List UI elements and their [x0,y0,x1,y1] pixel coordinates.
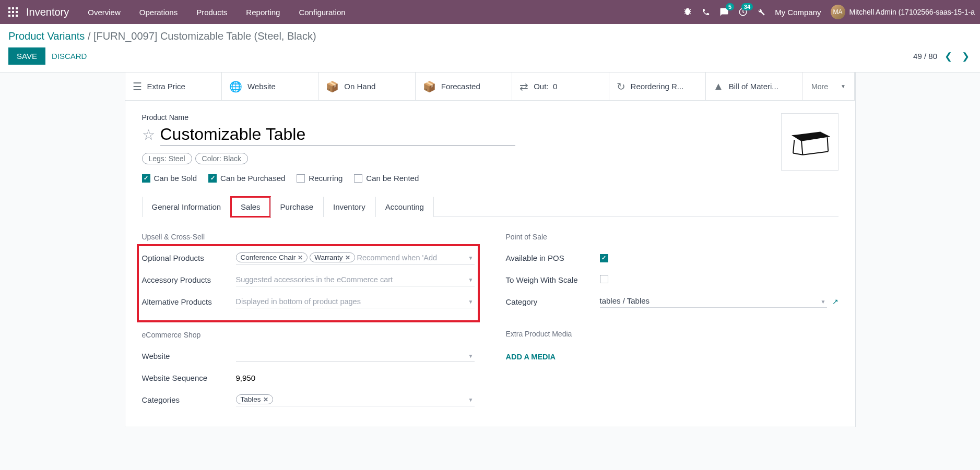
stat-buttons: ☰ Extra Price 🌐 Website 📦 On Hand 📦 Fore… [125,73,855,101]
alternative-products-label: Alternative Products [142,297,236,306]
svg-rect-7 [12,15,14,17]
save-button[interactable]: SAVE [8,47,45,65]
categories-field[interactable]: Tables ✕ ▼ [236,393,475,406]
caret-down-icon: ▼ [468,298,474,304]
remove-tag-icon[interactable]: ✕ [298,254,303,261]
globe-icon: 🌐 [229,80,242,93]
messages-badge: 5 [726,3,734,10]
website-field[interactable]: ▼ [236,350,475,362]
caret-down-icon: ▼ [468,396,474,402]
weigh-scale-checkbox[interactable] [600,275,608,283]
user-name: Mitchell Admin (17102566-saas-15-1-a [849,8,975,16]
breadcrumb-root[interactable]: Product Variants [8,30,85,42]
tab-inventory[interactable]: Inventory [323,197,375,217]
list-icon: ☰ [133,80,142,93]
caret-down-icon: ▼ [468,276,474,282]
debug-icon[interactable] [683,7,692,17]
caret-down-icon: ▼ [468,353,474,358]
pager-next[interactable]: ❯ [960,51,972,62]
product-name-input[interactable] [160,124,515,146]
stat-forecasted[interactable]: 📦 Forecasted [416,73,512,100]
chevron-down-icon: ▼ [841,83,846,89]
available-pos-checkbox[interactable] [600,254,608,262]
boxes-icon: 📦 [326,80,339,93]
accessory-products-label: Accessory Products [142,275,236,284]
external-link-icon[interactable]: ↗ [832,297,839,306]
svg-rect-4 [12,11,14,13]
menu-configuration[interactable]: Configuration [290,4,353,21]
svg-line-13 [793,153,802,155]
menu-reporting[interactable]: Reporting [238,4,288,21]
svg-line-10 [793,140,794,153]
stat-reordering[interactable]: ↻ Reordering R... [609,73,706,100]
website-sequence-input[interactable] [236,373,475,382]
highlighted-region: Optional Products Conference Chair ✕ War… [140,247,477,319]
product-name-label: Product Name [142,113,781,122]
recurring-checkbox[interactable]: Recurring [297,174,343,183]
svg-rect-2 [16,7,18,9]
brand[interactable]: Inventory [26,6,69,18]
pos-category-label: Category [506,297,600,306]
optional-products-field[interactable]: Conference Chair ✕ Warranty ✕ Recommend … [236,251,475,264]
stat-on-hand[interactable]: 📦 On Hand [318,73,415,100]
favorite-star-icon[interactable]: ☆ [142,126,155,143]
pos-category-field[interactable]: tables / Tables▼ [600,295,827,308]
can-be-sold-checkbox[interactable]: Can be Sold [142,174,197,183]
tag: Tables ✕ [236,394,273,404]
pager-prev[interactable]: ❮ [942,51,954,62]
tag: Warranty ✕ [310,252,355,262]
accessory-products-field[interactable]: Suggested accessories in the eCommerce c… [236,273,475,286]
pos-section-title: Point of Sale [506,233,839,241]
available-pos-label: Available in POS [506,254,600,262]
svg-rect-8 [16,15,18,17]
main-menu: Overview Operations Products Reporting C… [79,4,353,21]
svg-rect-0 [8,7,10,9]
tab-general-information[interactable]: General Information [142,197,231,217]
svg-line-14 [802,151,828,154]
menu-overview[interactable]: Overview [79,4,129,21]
can-be-purchased-checkbox[interactable]: Can be Purchased [208,174,285,183]
messages-icon[interactable]: 5 [719,7,729,17]
discard-button[interactable]: DISCARD [52,52,87,61]
phone-icon[interactable] [702,8,710,16]
stat-more[interactable]: More ▼ [802,73,855,100]
company-switcher[interactable]: My Company [775,8,821,17]
top-navbar: Inventory Overview Operations Products R… [0,0,980,24]
stat-extra-price[interactable]: ☰ Extra Price [125,73,222,100]
tab-purchase[interactable]: Purchase [270,197,323,217]
alternative-products-field[interactable]: Displayed in bottom of product pages ▼ [236,295,475,308]
menu-products[interactable]: Products [188,4,235,21]
user-menu[interactable]: MA Mitchell Admin (17102566-saas-15-1-a [831,5,975,19]
refresh-icon: ↻ [617,80,625,93]
add-media-button[interactable]: ADD A MEDIA [506,353,556,361]
avatar: MA [831,5,845,19]
tab-accounting[interactable]: Accounting [375,197,434,217]
weigh-scale-label: To Weigh With Scale [506,275,600,284]
can-be-rented-checkbox[interactable]: Can be Rented [354,174,419,183]
form-sheet: ☰ Extra Price 🌐 Website 📦 On Hand 📦 Fore… [125,73,856,427]
caret-down-icon: ▼ [468,255,474,260]
stat-bom[interactable]: ▲ Bill of Materi... [706,73,802,100]
svg-line-11 [801,141,802,155]
control-panel: Product Variants / [FURN_0097] Customiza… [0,24,980,73]
activities-icon[interactable]: 34 [738,7,748,17]
stat-out[interactable]: ⇄ Out: 0 [512,73,609,100]
ecommerce-section-title: eCommerce Shop [142,331,475,339]
tools-icon[interactable] [757,8,765,16]
svg-line-12 [827,137,828,151]
remove-tag-icon[interactable]: ✕ [345,254,350,261]
variant-tag: Legs: Steel [142,153,192,164]
svg-rect-1 [12,7,14,9]
upsell-section-title: Upsell & Cross-Sell [142,233,475,241]
svg-rect-6 [8,15,10,17]
breadcrumb: Product Variants / [FURN_0097] Customiza… [8,30,972,42]
tab-sales[interactable]: Sales [231,197,270,217]
stat-website[interactable]: 🌐 Website [222,73,318,100]
menu-operations[interactable]: Operations [131,4,186,21]
svg-rect-5 [16,11,18,13]
product-image[interactable] [781,113,839,171]
remove-tag-icon[interactable]: ✕ [263,396,268,403]
apps-icon[interactable] [5,4,21,20]
optional-products-label: Optional Products [142,254,236,262]
tag: Conference Chair ✕ [236,252,308,262]
